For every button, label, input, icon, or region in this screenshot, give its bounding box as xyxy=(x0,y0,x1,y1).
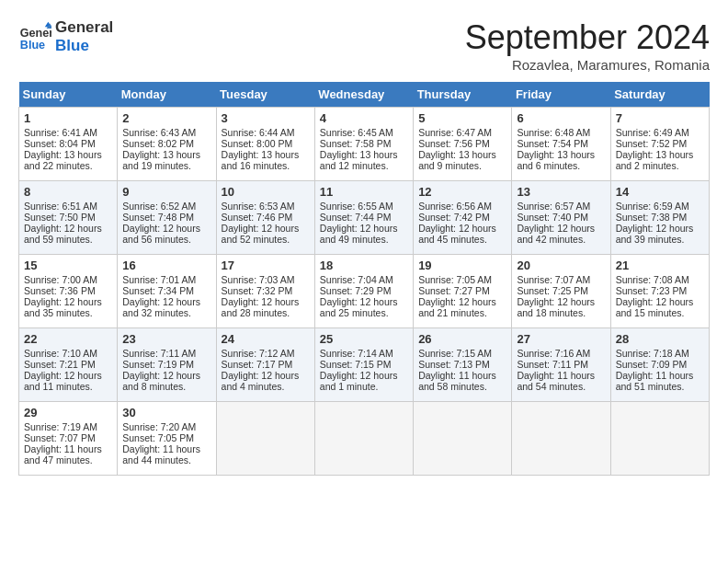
sunrise: Sunrise: 7:20 AM xyxy=(122,421,196,432)
daylight-label: Daylight: 12 hours and 32 minutes. xyxy=(122,296,200,318)
day-number: 7 xyxy=(616,111,704,125)
sunset: Sunset: 8:04 PM xyxy=(24,138,96,149)
day-number: 26 xyxy=(418,332,506,346)
sunrise: Sunrise: 6:51 AM xyxy=(24,201,97,212)
sunset: Sunset: 7:34 PM xyxy=(122,285,194,296)
sunset: Sunset: 7:38 PM xyxy=(616,212,688,223)
day-cell-2: 2Sunrise: 6:43 AMSunset: 8:02 PMDaylight… xyxy=(118,108,216,181)
sunset: Sunset: 7:40 PM xyxy=(517,212,588,223)
sunrise: Sunrise: 6:52 AM xyxy=(122,201,196,212)
day-cell-21: 21Sunrise: 7:08 AMSunset: 7:23 PMDayligh… xyxy=(610,255,709,328)
sunset: Sunset: 7:32 PM xyxy=(222,285,293,296)
day-number: 27 xyxy=(517,332,605,346)
daylight-label: Daylight: 12 hours and 56 minutes. xyxy=(122,223,200,245)
sunset: Sunset: 7:58 PM xyxy=(320,138,392,149)
daylight-label: Daylight: 11 hours and 58 minutes. xyxy=(418,370,496,392)
sunset: Sunset: 7:11 PM xyxy=(517,359,588,370)
day-number: 24 xyxy=(222,332,310,346)
sunset: Sunset: 7:05 PM xyxy=(122,432,194,443)
sunset: Sunset: 7:46 PM xyxy=(222,212,293,223)
day-number: 20 xyxy=(517,259,605,272)
sunrise: Sunrise: 6:43 AM xyxy=(122,127,196,138)
empty-cell xyxy=(414,402,512,476)
sunset: Sunset: 7:56 PM xyxy=(418,138,490,149)
daylight-label: Daylight: 12 hours and 59 minutes. xyxy=(24,223,102,245)
daylight-label: Daylight: 12 hours and 49 minutes. xyxy=(320,223,398,245)
sunrise: Sunrise: 6:53 AM xyxy=(222,201,295,212)
sunrise: Sunrise: 6:57 AM xyxy=(517,201,590,212)
sunset: Sunset: 7:17 PM xyxy=(222,359,293,370)
daylight-label: Daylight: 12 hours and 42 minutes. xyxy=(517,223,595,245)
sunrise: Sunrise: 7:14 AM xyxy=(320,348,393,359)
sunset: Sunset: 7:09 PM xyxy=(616,359,688,370)
sunrise: Sunrise: 6:45 AM xyxy=(320,127,393,138)
sunrise: Sunrise: 7:04 AM xyxy=(320,274,393,285)
day-number: 8 xyxy=(24,185,112,199)
logo-general: General xyxy=(55,18,113,37)
sunrise: Sunrise: 7:00 AM xyxy=(24,274,97,285)
page-header: General Blue General Blue September 2024… xyxy=(18,18,710,73)
day-cell-24: 24Sunrise: 7:12 AMSunset: 7:17 PMDayligh… xyxy=(216,328,314,402)
sunset: Sunset: 7:27 PM xyxy=(418,285,490,296)
daylight-label: Daylight: 12 hours and 1 minute. xyxy=(320,370,398,392)
daylight-label: Daylight: 11 hours and 54 minutes. xyxy=(517,370,595,392)
day-cell-25: 25Sunrise: 7:14 AMSunset: 7:15 PMDayligh… xyxy=(314,328,413,402)
day-cell-22: 22Sunrise: 7:10 AMSunset: 7:21 PMDayligh… xyxy=(19,328,118,402)
sunset: Sunset: 7:19 PM xyxy=(122,359,194,370)
calendar-week-6: 29Sunrise: 7:19 AMSunset: 7:07 PMDayligh… xyxy=(19,402,710,476)
sunrise: Sunrise: 6:47 AM xyxy=(418,127,492,138)
day-cell-14: 14Sunrise: 6:59 AMSunset: 7:38 PMDayligh… xyxy=(610,181,709,255)
sunrise: Sunrise: 6:59 AM xyxy=(616,201,689,212)
daylight-label: Daylight: 12 hours and 39 minutes. xyxy=(616,223,694,245)
day-cell-6: 6Sunrise: 6:48 AMSunset: 7:54 PMDaylight… xyxy=(512,108,610,181)
day-cell-8: 8Sunrise: 6:51 AMSunset: 7:50 PMDaylight… xyxy=(19,181,118,255)
day-cell-12: 12Sunrise: 6:56 AMSunset: 7:42 PMDayligh… xyxy=(414,181,512,255)
day-cell-17: 17Sunrise: 7:03 AMSunset: 7:32 PMDayligh… xyxy=(216,255,314,328)
sunset: Sunset: 7:13 PM xyxy=(418,359,490,370)
sunset: Sunset: 7:44 PM xyxy=(320,212,392,223)
sunset: Sunset: 7:23 PM xyxy=(616,285,688,296)
day-number: 22 xyxy=(24,332,112,346)
empty-cell xyxy=(610,402,709,476)
day-cell-10: 10Sunrise: 6:53 AMSunset: 7:46 PMDayligh… xyxy=(216,181,314,255)
sunrise: Sunrise: 7:15 AM xyxy=(418,348,492,359)
day-number: 12 xyxy=(418,185,506,199)
col-tuesday: Tuesday xyxy=(216,82,314,108)
day-cell-30: 30Sunrise: 7:20 AMSunset: 7:05 PMDayligh… xyxy=(118,402,216,476)
day-cell-4: 4Sunrise: 6:45 AMSunset: 7:58 PMDaylight… xyxy=(314,108,413,181)
day-cell-26: 26Sunrise: 7:15 AMSunset: 7:13 PMDayligh… xyxy=(414,328,512,402)
sunrise: Sunrise: 7:03 AM xyxy=(222,274,295,285)
daylight-label: Daylight: 12 hours and 11 minutes. xyxy=(24,370,102,392)
daylight-label: Daylight: 12 hours and 4 minutes. xyxy=(222,370,300,392)
daylight-label: Daylight: 12 hours and 52 minutes. xyxy=(222,223,300,245)
sunrise: Sunrise: 7:12 AM xyxy=(222,348,295,359)
day-number: 6 xyxy=(517,111,605,125)
logo-icon: General Blue xyxy=(18,20,51,53)
daylight-label: Daylight: 13 hours and 9 minutes. xyxy=(418,149,496,171)
col-thursday: Thursday xyxy=(414,82,512,108)
day-cell-1: 1Sunrise: 6:41 AMSunset: 8:04 PMDaylight… xyxy=(19,108,118,181)
day-cell-13: 13Sunrise: 6:57 AMSunset: 7:40 PMDayligh… xyxy=(512,181,610,255)
sunrise: Sunrise: 6:56 AM xyxy=(418,201,492,212)
sunrise: Sunrise: 7:19 AM xyxy=(24,421,97,432)
sunrise: Sunrise: 7:18 AM xyxy=(616,348,689,359)
daylight-label: Daylight: 12 hours and 28 minutes. xyxy=(222,296,300,318)
daylight-label: Daylight: 12 hours and 35 minutes. xyxy=(24,296,102,318)
day-number: 17 xyxy=(222,259,310,272)
day-number: 28 xyxy=(616,332,704,346)
sunrise: Sunrise: 7:16 AM xyxy=(517,348,590,359)
sunset: Sunset: 7:54 PM xyxy=(517,138,588,149)
day-number: 2 xyxy=(122,111,210,125)
day-cell-3: 3Sunrise: 6:44 AMSunset: 8:00 PMDaylight… xyxy=(216,108,314,181)
sunset: Sunset: 8:02 PM xyxy=(122,138,194,149)
sunrise: Sunrise: 6:48 AM xyxy=(517,127,590,138)
daylight-label: Daylight: 12 hours and 21 minutes. xyxy=(418,296,496,318)
calendar-table: SundayMondayTuesdayWednesdayThursdayFrid… xyxy=(18,82,710,476)
calendar-header: SundayMondayTuesdayWednesdayThursdayFrid… xyxy=(19,82,710,108)
day-number: 29 xyxy=(24,406,112,419)
sunset: Sunset: 7:50 PM xyxy=(24,212,96,223)
day-number: 19 xyxy=(418,259,506,272)
col-friday: Friday xyxy=(512,82,610,108)
day-cell-7: 7Sunrise: 6:49 AMSunset: 7:52 PMDaylight… xyxy=(610,108,709,181)
calendar-week-3: 8Sunrise: 6:51 AMSunset: 7:50 PMDaylight… xyxy=(19,181,710,255)
